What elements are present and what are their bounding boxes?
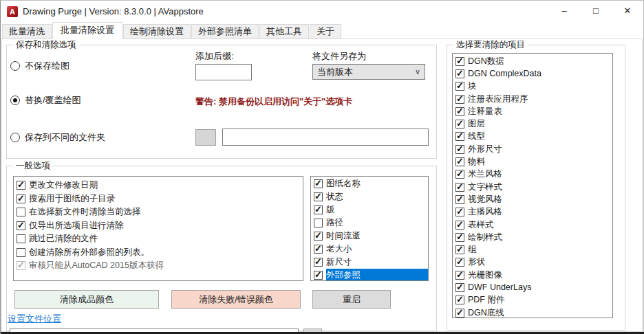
tab-item[interactable]: 关于 [310,24,341,39]
column-option-row[interactable]: 路径 [311,216,428,230]
save-option-radio[interactable]: 保存到不同的文件夹 [10,131,105,144]
purge-item-label: DGN ComplexData [468,69,541,78]
purge-item-row[interactable]: 形状 [453,256,612,269]
save-as-dropdown[interactable]: 当前版本 ∨ [312,64,425,80]
app-window: Drawing Purge | Version: 8.3.0.0 | AVapp… [0,0,644,334]
checkbox-icon [455,245,464,254]
purge-item-row[interactable]: DGN数据 [453,55,612,67]
save-as-label: 将文件另存为 [312,50,366,63]
general-option-row[interactable]: 仅导出所选项目进行清除 [14,219,303,233]
checkbox-icon [455,120,464,129]
checkbox-icon [455,145,464,154]
purge-item-label: 注释量表 [468,106,502,118]
column-option-row[interactable]: 时间流逝 [311,230,428,243]
minimize-button[interactable]: – [548,1,580,23]
tab-label: 关于 [316,26,334,36]
purge-item-row[interactable]: 文字样式 [453,181,612,193]
purge-item-label: 注册表应用程序 [468,93,528,105]
purge-item-row[interactable]: 图层 [453,118,612,130]
purge-item-row[interactable]: DGN ComplexData [453,67,612,80]
app-icon [7,6,18,17]
general-option-row[interactable]: 更改文件修改日期 [14,179,303,192]
save-as-selected-value: 当前版本 [317,66,353,78]
tab-item[interactable]: 其他工具 [259,24,309,39]
purge-item-row[interactable]: 光栅图像 [453,269,612,281]
general-option-label: 跳过已清除的文件 [29,233,98,245]
checkbox-icon [17,208,25,216]
suffix-label: 添加后缀: [195,50,234,63]
column-option-label: 路径 [326,217,343,229]
tab-item[interactable]: 外部参照清单 [191,24,259,39]
radio-icon [10,61,20,71]
column-option-label: 新尺寸 [326,256,352,268]
purge-item-row[interactable]: 线型 [453,131,612,143]
purge-item-row[interactable]: DGN底线 [453,307,612,318]
purge-item-row[interactable]: 组 [453,243,612,256]
checkbox-icon [455,57,464,66]
set-file-location-link[interactable]: 设置文件位置 [8,313,61,325]
radio-label: 替换/覆盖绘图 [25,94,81,107]
general-option-row[interactable]: 搜索用于图纸的子目录 [14,192,303,206]
purge-item-label: PDF 附件 [468,294,504,306]
tab-item[interactable]: 批量清洗 [2,24,52,39]
purge-item-row[interactable]: DWF UnderLays [453,281,612,293]
purge-item-row[interactable]: 绘制样式 [453,231,612,243]
checkbox-icon [314,179,323,188]
checkbox-icon [314,205,323,214]
save-option-radio[interactable]: 替换/覆盖绘图 [10,94,81,107]
backup-warning-text: 警告: 禁用备份以启用访问"关于"选项卡 [195,96,352,108]
folder-path-input[interactable] [222,129,429,146]
general-option-label: 创建清除所有外部参照的列表。 [29,247,149,258]
general-option-row[interactable]: 在选择新文件时清除当前选择 [14,205,303,219]
column-option-label: 时间流逝 [326,230,361,242]
purge-item-row[interactable]: 表样式 [453,219,612,231]
purge-item-row[interactable]: 外形尺寸 [453,143,612,155]
purge-item-row[interactable]: 米兰风格 [453,168,612,181]
column-option-row[interactable]: 外部参照 [311,269,428,281]
column-option-label: 版 [326,204,335,216]
purge-item-label: 物料 [468,156,485,168]
radio-icon [10,96,20,105]
general-option-row[interactable]: 审核只能从AutoCAD 2015版本获得 [14,259,303,273]
checkbox-icon [314,245,323,254]
purge-item-row[interactable]: 视觉风格 [453,193,612,205]
purge-success-color-button[interactable]: 清除成品颜色 [14,290,159,309]
suffix-input[interactable] [195,64,252,80]
purge-item-row[interactable]: 注册表应用程序 [453,93,612,105]
browse-folder-button[interactable] [195,129,216,146]
radio-icon [10,133,20,142]
purge-fail-color-button[interactable]: 清除失败/错误颜色 [171,290,301,309]
purge-item-row[interactable]: 物料 [453,155,612,168]
tab-item[interactable]: 批量清除设置 [52,22,122,39]
purge-item-row[interactable]: 注释量表 [453,105,612,118]
checkbox-icon [455,296,464,304]
tab-label: 绘制清除设置 [130,26,184,36]
maximize-button[interactable]: □ [580,1,612,23]
purge-item-label: DGN底线 [468,307,504,318]
tab-item[interactable]: 绘制清除设置 [123,24,191,39]
checkbox-icon [455,132,464,141]
purge-item-row[interactable]: 块 [453,80,612,93]
restart-button[interactable]: 重启 [312,290,391,309]
column-option-row[interactable]: 版 [311,203,428,216]
save-option-radio[interactable]: 不保存绘图 [10,60,69,72]
column-option-row[interactable]: 图纸名称 [311,177,428,190]
chevron-down-icon: ∨ [415,67,420,76]
column-option-row[interactable]: 新尺寸 [311,256,428,269]
general-option-row[interactable]: 创建清除所有外部参照的列表。 [14,246,303,260]
column-option-label: 老大小 [326,243,352,255]
radio-label: 保存到不同的文件夹 [25,131,105,144]
checkbox-icon [17,194,25,203]
checkbox-icon [455,283,464,292]
close-button[interactable]: ✕ [612,1,643,23]
column-option-label: 外部参照 [326,269,428,281]
general-option-row[interactable]: 跳过已清除的文件 [14,232,303,246]
purge-item-row[interactable]: 主播风格 [453,206,612,219]
column-option-label: 状态 [326,191,343,203]
column-option-row[interactable]: 老大小 [311,243,428,256]
checkbox-icon [17,221,25,230]
column-option-row[interactable]: 状态 [311,190,428,203]
checkbox-icon [314,219,323,227]
purge-item-row[interactable]: PDF 附件 [453,294,612,307]
checkbox-icon [314,258,323,267]
